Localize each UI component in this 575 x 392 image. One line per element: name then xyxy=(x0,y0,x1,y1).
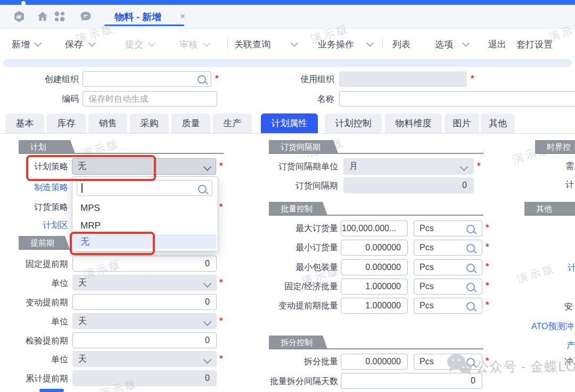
menu-related-query[interactable]: 关联查询 xyxy=(234,38,270,51)
tab-picture[interactable]: 图片 xyxy=(445,113,479,133)
menu-new[interactable]: 新增 xyxy=(12,38,30,51)
required-marker: * xyxy=(219,202,223,212)
fixed-leadtime-label: 固定提前期 xyxy=(21,258,68,270)
menu-options[interactable]: 选项 xyxy=(435,38,453,51)
footer-watermark: 公众号 - 金蝶LOG xyxy=(475,358,575,375)
form-header-band xyxy=(3,59,572,67)
tab-other[interactable]: 其他 xyxy=(481,113,515,133)
tab-quality[interactable]: 质量 xyxy=(171,113,210,133)
chevron-down-icon[interactable] xyxy=(88,39,96,47)
split-interval-days-label: 批量拆分间隔天数 xyxy=(256,375,338,387)
name-field[interactable] xyxy=(339,91,575,107)
group-rule xyxy=(19,249,71,250)
group-rule xyxy=(269,215,483,216)
variable-leadtime-label: 变动提前期 xyxy=(21,297,68,308)
menu-business-op[interactable]: 业务操作 xyxy=(318,38,354,51)
tab-plan-control[interactable]: 计划控制 xyxy=(325,113,382,133)
home-icon[interactable] xyxy=(36,10,49,23)
min-pack-qty-label: 最小包装量 xyxy=(256,262,338,273)
group-rule xyxy=(19,153,224,154)
planner-label[interactable]: 计 xyxy=(568,262,575,274)
menu-save[interactable]: 保存 xyxy=(65,38,83,51)
inspect-leadtime-field[interactable]: 0 xyxy=(72,332,217,348)
tab-inventory[interactable]: 库存 xyxy=(47,113,86,133)
menu-submit[interactable]: 提交 xyxy=(125,38,143,51)
chevron-down-icon[interactable] xyxy=(462,39,470,47)
search-icon[interactable] xyxy=(466,244,475,252)
tab-production[interactable]: 生产 xyxy=(213,113,252,133)
dropdown-search-field[interactable] xyxy=(77,180,212,196)
tab-basic[interactable]: 基本 xyxy=(5,113,44,133)
required-marker: * xyxy=(477,161,481,171)
variable-leadtime-field[interactable]: 0 xyxy=(72,294,217,310)
code-field[interactable] xyxy=(83,91,217,107)
menu-print-setup[interactable]: 套打设置 xyxy=(516,38,553,51)
create-org-field[interactable] xyxy=(83,71,211,87)
variable-leadtime-batch-field[interactable]: 1.000000 xyxy=(341,298,408,314)
group-header-other: 其他 xyxy=(524,202,575,215)
search-icon[interactable] xyxy=(198,75,206,84)
min-order-qty-label: 最小订货量 xyxy=(256,242,338,254)
tab-plan-attributes[interactable]: 计划属性 xyxy=(261,113,318,133)
wechat-icon xyxy=(445,352,474,378)
chevron-down-icon[interactable] xyxy=(291,39,298,47)
unit-combo: 天 xyxy=(72,313,217,329)
order-interval-unit-label: 订货间隔期单位 xyxy=(264,161,338,173)
group-rule xyxy=(535,153,575,154)
search-icon[interactable] xyxy=(466,302,475,311)
required-marker: * xyxy=(486,242,489,252)
tab-material-dimension[interactable]: 物料维度 xyxy=(385,113,442,133)
code-input[interactable] xyxy=(83,94,217,104)
unit-label: 单位 xyxy=(21,277,68,289)
required-marker: * xyxy=(486,300,489,310)
fixed-economic-batch-field[interactable]: 1.000000 xyxy=(341,279,408,295)
active-tab-underline xyxy=(104,24,184,26)
partial-element xyxy=(39,389,64,392)
tab-close-icon[interactable]: × xyxy=(180,11,185,22)
required-marker: * xyxy=(486,262,489,272)
chevron-down-icon[interactable] xyxy=(366,39,374,47)
chevron-down-icon[interactable] xyxy=(148,39,155,47)
search-icon[interactable] xyxy=(466,264,475,272)
group-header-batch-control: 批量控制 xyxy=(269,202,327,215)
annotation-box-none-option xyxy=(70,232,155,255)
name-input[interactable] xyxy=(340,94,575,104)
chevron-down-icon[interactable] xyxy=(34,39,42,47)
create-org-input[interactable] xyxy=(83,75,211,84)
document-tab-title[interactable]: 物料 - 新增 xyxy=(114,11,161,23)
message-bubble-icon[interactable] xyxy=(79,10,92,23)
min-pack-qty-field[interactable]: 0.000000 xyxy=(341,259,408,275)
menu-exit[interactable]: 退出 xyxy=(488,38,506,51)
search-icon[interactable] xyxy=(466,283,475,291)
dropdown-item-mps[interactable]: MPS xyxy=(73,199,219,217)
required-marker: * xyxy=(219,161,223,171)
tab-sales[interactable]: 销售 xyxy=(88,113,127,133)
menu-list[interactable]: 列表 xyxy=(392,38,410,51)
ato-forecast-label[interactable]: ATO预测冲 xyxy=(531,321,575,332)
group-header-split-control: 拆分控制 xyxy=(269,336,327,349)
product-label[interactable]: 产 xyxy=(566,340,575,352)
mfg-strategy-label[interactable]: 制造策略 xyxy=(21,182,68,193)
menu-divider xyxy=(382,37,383,49)
required-marker: * xyxy=(215,74,219,84)
search-icon[interactable] xyxy=(466,225,475,233)
group-rule xyxy=(269,348,483,349)
tab-purchase[interactable]: 采购 xyxy=(130,113,169,133)
split-batch-field[interactable]: 0.000000 xyxy=(341,354,408,370)
cumulative-leadtime-field: 0 xyxy=(72,370,217,386)
search-icon[interactable] xyxy=(198,185,207,193)
sync-icon[interactable] xyxy=(13,10,26,23)
plan-area-label[interactable]: 计划区 xyxy=(21,219,68,231)
min-order-qty-field[interactable]: 0.000000 xyxy=(341,240,408,256)
cumulative-leadtime-label: 累计提前期 xyxy=(21,373,68,385)
fixed-leadtime-field[interactable]: 0 xyxy=(72,256,217,272)
max-order-qty-field[interactable]: 100,000.000... xyxy=(341,220,408,236)
group-rule xyxy=(269,153,483,154)
menu-audit[interactable]: 审核 xyxy=(179,38,198,51)
required-marker: * xyxy=(219,354,223,364)
order-interval-field: 0 xyxy=(343,177,474,193)
max-order-qty-label: 最大订货量 xyxy=(256,223,338,234)
demand-fence-label: 需 xyxy=(565,160,575,172)
chevron-down-icon[interactable] xyxy=(203,39,210,47)
apps-grid-icon[interactable] xyxy=(53,10,66,23)
